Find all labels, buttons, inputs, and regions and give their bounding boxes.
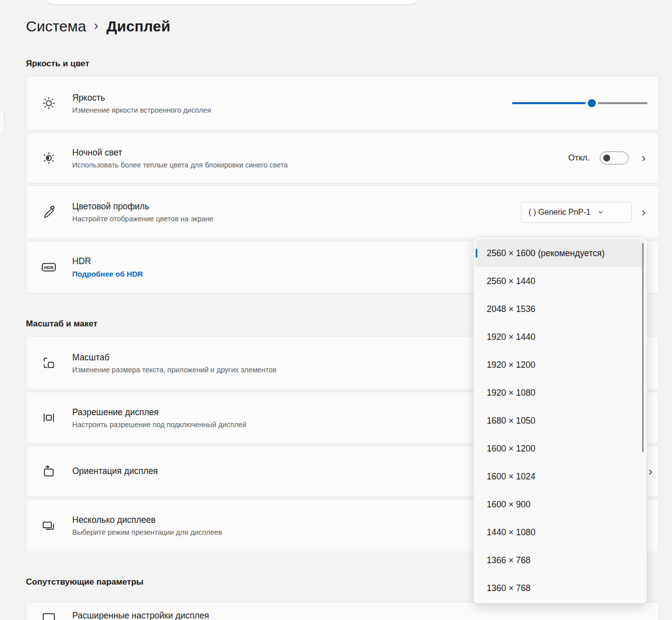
brightness-slider-fill: [512, 102, 592, 104]
orientation-title: Ориентация дисплея: [72, 466, 158, 476]
breadcrumb-separator-icon: ›: [94, 18, 99, 33]
resolution-option[interactable]: 1680 × 1050: [476, 407, 645, 435]
resolution-option[interactable]: 2560 × 1440: [476, 267, 645, 295]
night-light-description: Использовать более теплые цвета для блок…: [72, 161, 288, 169]
advanced-display-title: Расширенные настройки дисплея: [72, 611, 209, 620]
resolution-description: Настроить разрешение под подключенный ди…: [72, 421, 247, 429]
resolution-option[interactable]: 1600 × 900: [476, 490, 645, 518]
section-related-settings: Сопутствующие параметры: [26, 577, 143, 587]
section-scale-layout: Масштаб и макет: [26, 319, 98, 329]
page-title: Дисплей: [107, 18, 170, 35]
orientation-icon: [41, 464, 56, 479]
multiple-displays-icon: [41, 518, 56, 533]
brightness-text: Яркость Изменение яркости встроенного ди…: [72, 93, 211, 114]
brightness-description: Изменение яркости встроенного дисплея: [72, 106, 211, 114]
search-input[interactable]: [44, 0, 420, 5]
svg-text:HDR: HDR: [44, 265, 54, 270]
section-brightness-color: Яркость и цвет: [26, 59, 89, 69]
orientation-text: Ориентация дисплея: [72, 466, 158, 476]
breadcrumb-system[interactable]: Система: [26, 18, 86, 35]
hdr-title: HDR: [72, 256, 143, 267]
advanced-display-text: Расширенные настройки дисплея: [72, 611, 209, 620]
resolution-option[interactable]: 1366 × 768: [476, 546, 645, 574]
card-advanced-display[interactable]: Расширенные настройки дисплея: [26, 602, 659, 620]
multiple-displays-description: Выберите режим презентации для дисплеев: [72, 528, 222, 536]
resolution-title: Разрешение дисплея: [72, 407, 247, 418]
night-light-text: Ночной свет Использовать более теплые цв…: [72, 148, 288, 169]
toggle-knob: [603, 155, 610, 161]
resolution-text: Разрешение дисплея Настроить разрешение …: [72, 407, 247, 429]
color-profile-text: Цветовой профиль Настройте отображение ц…: [72, 201, 214, 223]
resolution-option[interactable]: 1600 × 1024: [476, 463, 645, 490]
resolution-option[interactable]: 1360 × 768: [476, 574, 645, 602]
scale-icon: [41, 355, 56, 370]
resolution-option[interactable]: 1920 × 1440: [476, 323, 645, 351]
brightness-sun-icon: [41, 96, 56, 111]
color-profile-dropdown[interactable]: ( ) Generic PnP-1 ›: [521, 202, 632, 223]
left-edge-artifact: [0, 111, 4, 135]
brightness-slider[interactable]: [512, 98, 648, 109]
chevron-right-icon: ›: [642, 206, 646, 218]
card-brightness: Яркость Изменение яркости встроенного ди…: [26, 76, 659, 131]
multiple-displays-text: Несколько дисплеев Выберите режим презен…: [72, 515, 222, 536]
chevron-right-icon: ›: [642, 152, 646, 164]
hdr-learn-more-link[interactable]: Подробнее об HDR: [72, 270, 143, 278]
multiple-displays-title: Несколько дисплеев: [72, 515, 222, 525]
brightness-title: Яркость: [72, 93, 211, 103]
color-profile-selected-value: ( ) Generic PnP-1: [529, 208, 590, 217]
hdr-icon: HDR: [41, 260, 56, 275]
resolution-option[interactable]: 2560 × 1600 (рекомендуется): [476, 239, 645, 267]
scale-text: Масштаб Изменение размера текста, прилож…: [72, 352, 276, 374]
card-night-light[interactable]: Ночной свет Использовать более теплые цв…: [26, 133, 659, 183]
brightness-slider-thumb[interactable]: [588, 99, 596, 107]
flyout-scrollbar[interactable]: [642, 243, 644, 453]
color-profile-description: Настройте отображение цветов на экране: [72, 215, 214, 223]
resolution-option[interactable]: 1920 × 1200: [476, 351, 645, 379]
chevron-right-icon: ›: [649, 465, 653, 477]
color-profile-title: Цветовой профиль: [72, 201, 214, 212]
night-light-title: Ночной свет: [72, 148, 288, 158]
resolution-option[interactable]: 2048 × 1536: [476, 295, 645, 323]
night-light-status: Откл.: [568, 153, 590, 163]
night-light-toggle[interactable]: [600, 152, 629, 164]
breadcrumb: Система › Дисплей: [26, 18, 170, 35]
resolution-flyout: 2560 × 1600 (рекомендуется) 2560 × 1440 …: [473, 237, 647, 604]
night-light-icon: [41, 151, 56, 165]
scale-description: Изменение размера текста, приложений и д…: [72, 366, 276, 374]
color-picker-icon: [41, 205, 56, 220]
hdr-text: HDR Подробнее об HDR: [72, 256, 143, 278]
card-color-profile[interactable]: Цветовой профиль Настройте отображение ц…: [26, 185, 659, 239]
resolution-option[interactable]: 1600 × 1200: [476, 435, 645, 463]
resolution-option[interactable]: 1920 × 1080: [476, 379, 645, 407]
chevron-down-icon: ›: [596, 211, 606, 214]
resolution-icon: [41, 410, 56, 425]
display-icon: [41, 611, 56, 620]
settings-window: Система › Дисплей Яркость и цвет Яркость…: [0, 0, 672, 620]
scale-title: Масштаб: [72, 352, 276, 363]
resolution-option[interactable]: 1440 × 1080: [476, 518, 645, 546]
